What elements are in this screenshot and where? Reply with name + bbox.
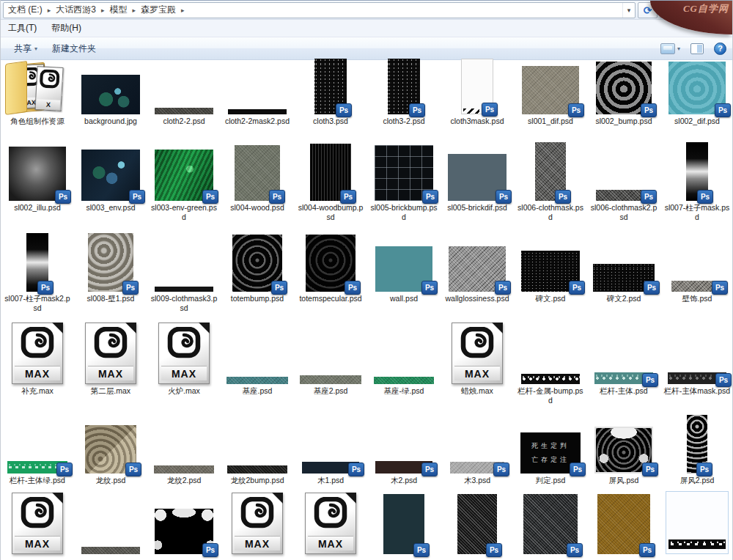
file-item[interactable]: Pssl005-brickdif.psd xyxy=(441,139,514,230)
photoshop-badge: Ps xyxy=(496,190,512,204)
file-item[interactable]: Ps栏杆-主体.psd xyxy=(587,321,660,412)
file-item[interactable]: MAX xyxy=(1,498,74,560)
breadcrumb-item[interactable]: 文档 (E:) xyxy=(4,4,47,16)
file-item[interactable]: Ps木3.psd xyxy=(441,412,514,498)
file-item[interactable]: MAX补充.max xyxy=(1,321,74,412)
file-item[interactable]: Pssl004-wood.psd xyxy=(221,139,294,230)
file-item[interactable]: Ps碑文.psd xyxy=(514,230,587,321)
file-item[interactable]: Pssl005-brickbump.psd xyxy=(367,139,441,230)
new-folder-label: 新建文件夹 xyxy=(52,43,96,55)
command-toolbar: 共享 ▾ 新建文件夹 ▾ ? xyxy=(1,37,732,60)
file-item[interactable]: Ps xyxy=(514,498,587,560)
file-label: 蜡烛.max xyxy=(461,386,493,396)
file-item[interactable]: 龙纹2.psd xyxy=(147,412,221,498)
file-item[interactable]: Ps栏杆-主体绿.psd xyxy=(1,412,74,498)
file-item[interactable]: MAX xyxy=(294,498,367,560)
file-item[interactable]: Pssl008-壁1.psd xyxy=(74,230,147,321)
file-item[interactable]: Ps木1.psd xyxy=(294,412,367,498)
file-item[interactable]: Pswallglossiness.psd xyxy=(441,230,514,321)
file-item[interactable]: Ps木2.psd xyxy=(367,412,441,498)
file-label: 栏杆-主体绿.psd xyxy=(10,476,65,485)
file-item[interactable]: cloth2-2mask2.psd xyxy=(221,60,294,139)
new-folder-button[interactable]: 新建文件夹 xyxy=(45,37,103,59)
photoshop-badge: Ps xyxy=(644,281,660,295)
file-item[interactable]: Pssl003-env-green.psd xyxy=(147,139,221,230)
file-item[interactable] xyxy=(74,498,147,560)
max-logo-icon xyxy=(94,327,128,359)
file-item[interactable]: Ps xyxy=(441,498,514,560)
file-item[interactable]: Pstotemspecular.psd xyxy=(294,230,367,321)
max-badge: MAX xyxy=(15,536,60,550)
file-label: sl002_illu.psd xyxy=(14,203,61,213)
file-item[interactable]: Ps屏风2.psd xyxy=(660,412,733,498)
breadcrumb[interactable]: 文档 (E:)▸大话西游3▸模型▸森罗宝殿▸ ▾ xyxy=(3,2,636,18)
file-label: sl001_dif.psd xyxy=(528,117,573,126)
file-item[interactable]: Pssl002_bump.psd xyxy=(587,60,660,139)
file-item[interactable]: Pstotembump.psd xyxy=(221,230,294,321)
file-thumbnail-area: Ps xyxy=(383,498,424,554)
max-logo-icon xyxy=(167,327,201,359)
file-item[interactable]: Ps xyxy=(587,498,660,560)
search-input[interactable] xyxy=(660,2,730,18)
file-item[interactable]: AXX角色组制作资源 xyxy=(1,60,74,139)
file-item[interactable]: 基座2.psd xyxy=(294,321,367,412)
file-item[interactable]: MAX xyxy=(221,498,294,560)
breadcrumb-item[interactable]: 大话西游3 xyxy=(51,4,100,16)
file-item[interactable]: 死生定判 亡存定注Ps判定.psd xyxy=(514,412,587,498)
menu-item-help[interactable]: 帮助(H) xyxy=(51,22,81,34)
file-item[interactable]: Ps龙纹.psd xyxy=(74,412,147,498)
file-item[interactable]: Pssl004-woodbump.psd xyxy=(294,139,367,230)
file-label: 木1.psd xyxy=(317,476,344,485)
file-item[interactable]: 基座-绿.psd xyxy=(367,321,441,412)
photoshop-badge: Ps xyxy=(568,103,584,117)
file-thumbnail-area: Ps xyxy=(523,498,578,554)
psd-thumbnail: Ps xyxy=(81,150,140,201)
max-badge: MAX xyxy=(88,366,133,380)
file-item[interactable]: Pscloth3.psd xyxy=(294,60,367,139)
file-item[interactable]: cloth2-2.psd xyxy=(147,60,221,139)
file-item[interactable]: Ps屏风.psd xyxy=(587,412,660,498)
file-item[interactable] xyxy=(660,498,733,560)
file-item[interactable]: sl009-clothmask3.psd xyxy=(147,230,221,321)
file-item[interactable]: Ps xyxy=(147,498,221,560)
preview-pane-icon[interactable] xyxy=(690,43,704,54)
file-item[interactable]: 栏杆-金属-bump.psd xyxy=(514,321,587,412)
file-item[interactable]: 龙纹2bump.psd xyxy=(221,412,294,498)
file-item[interactable]: MAX火炉.max xyxy=(147,321,221,412)
refresh-button[interactable]: ⟳ xyxy=(638,2,658,18)
file-item[interactable]: Ps壁饰.psd xyxy=(660,230,733,321)
menu-item-tools[interactable]: 工具(T) xyxy=(8,22,37,34)
file-label: sl008-壁1.psd xyxy=(87,294,135,303)
file-item[interactable]: Pssl001_dif.psd xyxy=(514,60,587,139)
file-item[interactable]: Pscloth3mask.psd xyxy=(441,60,514,139)
file-item[interactable]: Pssl007-柱子mask2.psd xyxy=(1,230,74,321)
file-item[interactable]: Pssl002_illu.psd xyxy=(1,139,74,230)
change-view-button[interactable]: ▾ xyxy=(660,43,680,54)
file-item[interactable]: background.jpg xyxy=(74,60,147,139)
file-item[interactable]: Ps碑文2.psd xyxy=(587,230,660,321)
file-item[interactable]: Pssl007-柱子mask.psd xyxy=(660,139,733,230)
breadcrumb-separator-icon[interactable]: ▸ xyxy=(180,7,185,14)
file-item[interactable]: Ps xyxy=(367,498,441,560)
file-item[interactable]: MAX蜡烛.max xyxy=(441,321,514,412)
breadcrumb-item[interactable]: 森罗宝殿 xyxy=(136,4,180,16)
file-item[interactable]: 基座.psd xyxy=(221,321,294,412)
file-item[interactable]: Pswall.psd xyxy=(367,230,441,321)
file-label: 龙纹.psd xyxy=(96,476,126,485)
file-item[interactable]: Pscloth3-2.psd xyxy=(367,60,441,139)
photoshop-badge: Ps xyxy=(482,103,498,117)
address-dropdown-icon[interactable]: ▾ xyxy=(622,3,635,18)
file-item[interactable]: Pssl006-clothmask.psd xyxy=(514,139,587,230)
file-thumbnail-area: Ps xyxy=(232,230,282,292)
file-item[interactable]: Pssl002_dif.psd xyxy=(660,60,733,139)
help-icon[interactable]: ? xyxy=(714,43,726,55)
file-item[interactable]: MAX第二层.max xyxy=(74,321,147,412)
share-button[interactable]: 共享 ▾ xyxy=(7,37,45,59)
menu-bar: 工具(T) 帮助(H) xyxy=(1,20,732,37)
breadcrumb-item[interactable]: 模型 xyxy=(105,4,131,16)
file-item[interactable]: Pssl006-clothmask2.psd xyxy=(587,139,660,230)
file-item[interactable]: Ps栏杆-主体mask.psd xyxy=(660,321,733,412)
psd-thumbnail: Ps xyxy=(449,246,506,292)
file-thumbnail-area: Ps xyxy=(314,60,347,114)
file-item[interactable]: Pssl003_env.psd xyxy=(74,139,147,230)
